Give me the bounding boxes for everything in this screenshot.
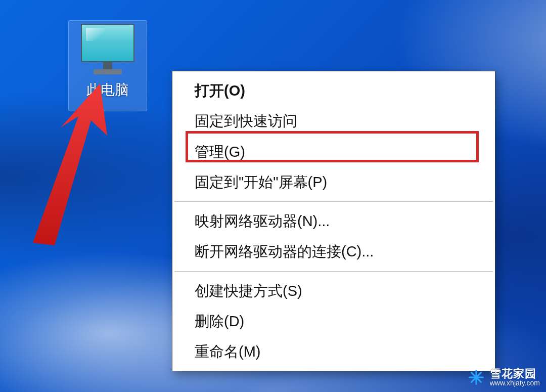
- svg-point-4: [474, 376, 478, 379]
- context-menu: 打开(O) 固定到快速访问 管理(G) 固定到"开始"屏幕(P) 映射网络驱动器…: [172, 71, 495, 371]
- watermark-url: www.xhjaty.com: [490, 379, 540, 387]
- menu-item-open[interactable]: 打开(O): [172, 75, 495, 106]
- menu-item-disconnect-network-drive[interactable]: 断开网络驱动器的连接(C)...: [172, 236, 495, 267]
- computer-icon: [79, 24, 136, 76]
- menu-separator: [174, 201, 493, 202]
- menu-item-pin-start[interactable]: 固定到"开始"屏幕(P): [172, 167, 495, 197]
- menu-item-pin-quick-access[interactable]: 固定到快速访问: [172, 106, 495, 136]
- menu-separator: [174, 271, 493, 272]
- desktop-wallpaper: 此电脑 打开(O) 固定到快速访问 管理(G) 固定到"开始"屏幕(P) 映射网…: [0, 0, 546, 392]
- snowflake-icon: [468, 369, 485, 386]
- menu-item-delete[interactable]: 删除(D): [172, 306, 495, 336]
- menu-item-map-network-drive[interactable]: 映射网络驱动器(N)...: [172, 206, 495, 236]
- menu-item-create-shortcut[interactable]: 创建快捷方式(S): [172, 276, 495, 306]
- watermark: 雪花家园 www.xhjaty.com: [468, 368, 540, 387]
- desktop-icon-this-pc[interactable]: 此电脑: [68, 20, 147, 111]
- menu-item-manage[interactable]: 管理(G): [172, 137, 495, 167]
- desktop-icon-label: 此电脑: [86, 80, 129, 100]
- watermark-brand: 雪花家园: [490, 368, 540, 379]
- menu-item-rename[interactable]: 重命名(M): [172, 336, 495, 367]
